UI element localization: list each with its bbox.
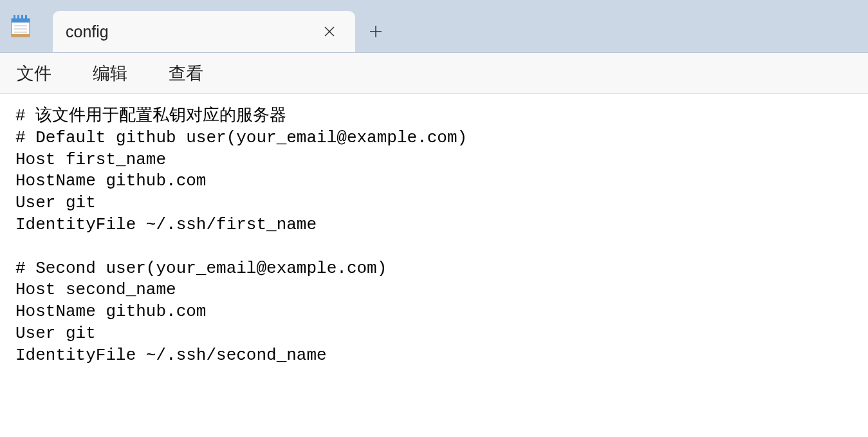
menu-edit[interactable]: 编辑: [88, 59, 133, 88]
svg-rect-3: [17, 15, 19, 21]
menu-bar: 文件 编辑 查看: [0, 53, 868, 94]
tab-title: config: [66, 23, 322, 41]
text-editor[interactable]: # 该文件用于配置私钥对应的服务器 # Default github user(…: [0, 94, 868, 437]
notepad-icon: [8, 14, 33, 39]
new-tab-button[interactable]: [355, 11, 396, 52]
svg-rect-5: [25, 15, 27, 21]
close-tab-button[interactable]: [322, 24, 337, 39]
file-tab[interactable]: config: [53, 11, 355, 52]
svg-rect-2: [14, 15, 15, 21]
title-bar: config: [0, 0, 868, 53]
svg-rect-4: [21, 15, 23, 21]
menu-view[interactable]: 查看: [163, 59, 208, 88]
svg-rect-6: [12, 34, 30, 37]
menu-file[interactable]: 文件: [12, 59, 57, 88]
